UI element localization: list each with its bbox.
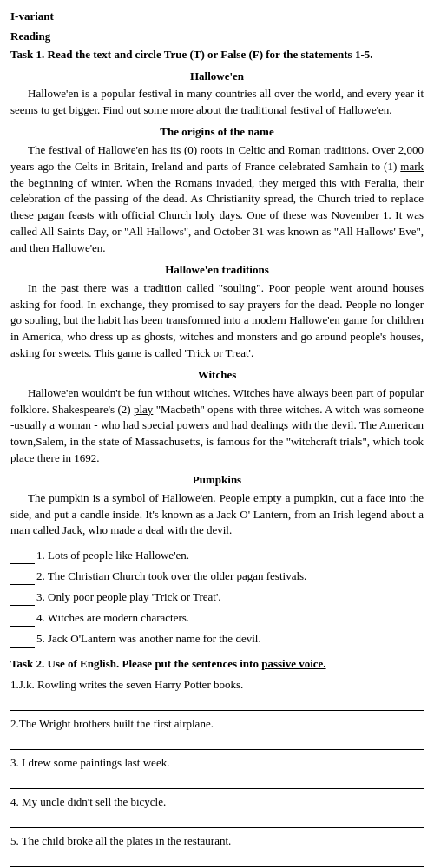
section-pumpkins-body: The pumpkin is a symbol of Hallowe'en. P… bbox=[10, 490, 424, 540]
task1-label: Task 1. Read the text and circle True (T… bbox=[10, 47, 424, 63]
statement-item-1: 1. Lots of people like Hallowe'en. bbox=[10, 548, 424, 564]
statement-item-2: 2. The Christian Church took over the ol… bbox=[10, 569, 424, 585]
task2-line-4[interactable] bbox=[10, 812, 424, 828]
variant-title: I-variant bbox=[10, 9, 424, 25]
section-witches-heading: Witches bbox=[10, 367, 424, 384]
statement-item-3: 3. Only poor people play 'Trick or Treat… bbox=[10, 589, 424, 606]
statement-item-4: 4. Witches are modern characters. bbox=[10, 610, 424, 627]
task2-item-4: 4. My uncle didn't sell the bicycle. bbox=[10, 794, 424, 811]
section-traditions-heading: Hallowe'en traditions bbox=[10, 262, 424, 279]
statements-section: 1. Lots of people like Hallowe'en. 2. Th… bbox=[10, 548, 424, 647]
passage-title: Hallowe'en bbox=[10, 69, 424, 85]
task2-label: Task 2. Use of English. Please put the s… bbox=[10, 656, 424, 673]
task2-line-3[interactable] bbox=[10, 773, 424, 789]
task2-line-1[interactable] bbox=[10, 695, 424, 711]
reading-section-title: Reading bbox=[10, 29, 424, 45]
section-traditions-body: In the past there was a tradition called… bbox=[10, 280, 424, 362]
task2-line-5[interactable] bbox=[10, 852, 424, 867]
section-origins-body: The festival of Hallowe'en has its (0) r… bbox=[10, 142, 424, 257]
task2-section: Task 2. Use of English. Please put the s… bbox=[10, 656, 424, 868]
task2-item-2: 2.The Wright brothers built the first ai… bbox=[10, 716, 424, 733]
section-pumpkins-heading: Pumpkins bbox=[10, 472, 424, 489]
section-origins-heading: The origins of the name bbox=[10, 124, 424, 141]
task2-line-2[interactable] bbox=[10, 734, 424, 750]
statement-item-5: 5. Jack O'Lantern was another name for t… bbox=[10, 631, 424, 648]
task2-item-1: 1.J.k. Rowling writes the seven Harry Po… bbox=[10, 677, 424, 694]
task2-item-3: 3. I drew some paintings last week. bbox=[10, 755, 424, 772]
intro-paragraph: Hallowe'en is a popular festival in many… bbox=[10, 86, 424, 119]
task2-item-5: 5. The child broke all the plates in the… bbox=[10, 833, 424, 850]
section-witches-body: Hallowe'en wouldn't be fun without witch… bbox=[10, 385, 424, 467]
